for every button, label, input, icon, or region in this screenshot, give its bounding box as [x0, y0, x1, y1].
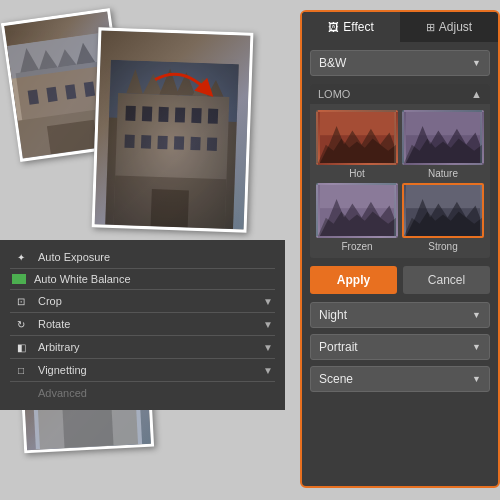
lomo-section: LOMO ▲ Hot [310, 84, 490, 258]
crop-item[interactable]: ⊡ Crop ▼ [10, 290, 275, 313]
svg-rect-59 [320, 185, 394, 208]
lomo-collapse-icon[interactable]: ▲ [471, 88, 482, 100]
svg-rect-7 [46, 87, 57, 102]
lomo-nature-label: Nature [402, 168, 484, 179]
arbitrary-label: Arbitrary [38, 341, 263, 353]
toolbar-strip: ✦ Auto Exposure Auto White Balance ⊡ Cro… [0, 240, 285, 410]
panel-body: B&W ▼ LOMO ▲ Hot [302, 42, 498, 406]
action-buttons: Apply Cancel [310, 266, 490, 294]
right-panel: 🖼 Effect ⊞ Adjust B&W ▼ LOMO ▲ [300, 10, 500, 488]
advanced-item[interactable]: Advanced [10, 382, 275, 404]
scene-dropdown-arrow: ▼ [472, 374, 481, 384]
tab-adjust-label: Adjust [439, 20, 472, 34]
vignetting-arrow: ▼ [263, 365, 273, 376]
auto-exposure-label: Auto Exposure [38, 251, 273, 263]
crop-icon: ⊡ [12, 294, 30, 308]
lomo-nature-thumb [402, 110, 484, 165]
lomo-strong-label: Strong [402, 241, 484, 252]
vignetting-label: Vignetting [38, 364, 263, 376]
svg-rect-56 [406, 112, 480, 135]
lomo-hot[interactable]: Hot [316, 110, 398, 179]
portrait-dropdown[interactable]: Portrait ▼ [310, 334, 490, 360]
tab-effect-label: Effect [343, 20, 373, 34]
bw-dropdown-arrow: ▼ [472, 58, 481, 68]
cancel-button[interactable]: Cancel [403, 266, 490, 294]
white-balance-swatch [12, 274, 26, 284]
auto-white-balance-label: Auto White Balance [34, 273, 273, 285]
apply-button[interactable]: Apply [310, 266, 397, 294]
lomo-frozen-label: Frozen [316, 241, 398, 252]
arbitrary-icon: ◧ [12, 340, 30, 354]
tab-adjust[interactable]: ⊞ Adjust [400, 12, 498, 42]
svg-rect-9 [84, 82, 95, 97]
night-dropdown[interactable]: Night ▼ [310, 302, 490, 328]
lomo-frozen[interactable]: Frozen [316, 183, 398, 252]
crop-arrow: ▼ [263, 296, 273, 307]
rotate-arrow: ▼ [263, 319, 273, 330]
photo-area: ✦ Auto Exposure Auto White Balance ⊡ Cro… [0, 0, 290, 500]
advanced-label: Advanced [38, 387, 273, 399]
lomo-header: LOMO ▲ [310, 84, 490, 104]
night-dropdown-arrow: ▼ [472, 310, 481, 320]
effect-tab-icon: 🖼 [328, 21, 339, 33]
rotate-icon: ↻ [12, 317, 30, 331]
panel-tabs: 🖼 Effect ⊞ Adjust [302, 12, 498, 42]
vignetting-item[interactable]: □ Vignetting ▼ [10, 359, 275, 382]
arbitrary-item[interactable]: ◧ Arbitrary ▼ [10, 336, 275, 359]
lomo-frozen-thumb [316, 183, 398, 238]
tab-effect[interactable]: 🖼 Effect [302, 12, 400, 42]
advanced-icon [12, 386, 30, 400]
lomo-strong-thumb [402, 183, 484, 238]
rotate-item[interactable]: ↻ Rotate ▼ [10, 313, 275, 336]
svg-rect-53 [320, 112, 394, 135]
lomo-strong[interactable]: Strong [402, 183, 484, 252]
scene-dropdown-label: Scene [319, 372, 353, 386]
lomo-hot-label: Hot [316, 168, 398, 179]
photo-tile-main [92, 27, 254, 232]
vignetting-icon: □ [12, 363, 30, 377]
night-dropdown-label: Night [319, 308, 347, 322]
svg-rect-62 [406, 185, 480, 208]
lomo-grid: Hot Nature [310, 104, 490, 258]
auto-exposure-icon: ✦ [12, 250, 30, 264]
portrait-dropdown-arrow: ▼ [472, 342, 481, 352]
adjust-tab-icon: ⊞ [426, 21, 435, 34]
svg-rect-6 [28, 90, 39, 105]
auto-white-balance-item[interactable]: Auto White Balance [10, 269, 275, 290]
bw-dropdown[interactable]: B&W ▼ [310, 50, 490, 76]
svg-rect-8 [65, 84, 76, 99]
scene-dropdown[interactable]: Scene ▼ [310, 366, 490, 392]
portrait-dropdown-label: Portrait [319, 340, 358, 354]
crop-label: Crop [38, 295, 263, 307]
bw-dropdown-label: B&W [319, 56, 346, 70]
lomo-hot-thumb [316, 110, 398, 165]
auto-exposure-item[interactable]: ✦ Auto Exposure [10, 246, 275, 269]
svg-rect-51 [62, 405, 113, 448]
arbitrary-arrow: ▼ [263, 342, 273, 353]
rotate-label: Rotate [38, 318, 263, 330]
lomo-label: LOMO [318, 88, 350, 100]
lomo-nature[interactable]: Nature [402, 110, 484, 179]
